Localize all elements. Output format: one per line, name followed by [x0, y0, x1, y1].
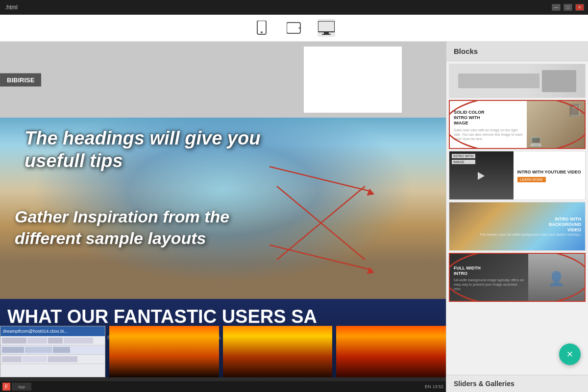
maximize-button[interactable]: □: [564, 4, 572, 11]
laptop-icon: 💻: [529, 135, 542, 147]
solid-intro-title: SOLID COLORINTRO WITHIMAGE: [454, 110, 523, 125]
bgvideo-bg: INTRO WITHBACKGROUNDVIDEO This header us…: [449, 202, 585, 251]
section-desert: The headings will give you usefull tips …: [0, 118, 446, 299]
minimize-button[interactable]: —: [552, 4, 561, 11]
blocks-panel: Blocks SOLID COLORINTRO WITHIMAGE Solid …: [446, 42, 588, 392]
fw-image-preview: 👤: [528, 254, 585, 302]
white-box-overlay: [304, 47, 402, 113]
block-youtube-preview: INTRO WITH IMAGE: [449, 151, 514, 200]
block-solid-left: SOLID COLORINTRO WITHIMAGE Solid color i…: [450, 101, 527, 149]
fw-right: 👤: [528, 254, 585, 302]
svg-rect-5: [324, 32, 329, 34]
bgvideo-title: INTRO WITHBACKGROUNDVIDEO: [480, 217, 581, 232]
block-top-preview[interactable]: [449, 64, 586, 98]
main-area: BIBIRISE design world.": [0, 42, 588, 392]
fab-icon: ×: [567, 348, 573, 361]
chat-header: dreampifcom@host014.cbox.bi...: [0, 326, 105, 336]
fw-title: FULL WIDTHINTRO: [454, 266, 524, 276]
heading-text: The headings will give you usefull tips: [24, 127, 270, 172]
block-solid-intro-inner: SOLID COLORINTRO WITHIMAGE Solid color i…: [450, 101, 585, 149]
section-top: BIBIRISE design world.": [0, 42, 446, 118]
yt-play-icon: [478, 172, 485, 180]
block-youtube-text: INTRO WITH YOUTUBE VIDEO LEARN MORE: [514, 151, 586, 200]
desktop-device-button[interactable]: [318, 19, 335, 37]
svg-rect-4: [318, 21, 335, 32]
yt-label-1: INTRO WITH: [452, 154, 475, 158]
fw-left: FULL WIDTHINTRO full-width background im…: [450, 254, 528, 302]
tablet-device-button[interactable]: [285, 19, 303, 37]
title-bar: .html — □ ✕: [0, 0, 588, 15]
title-bar-filename: .html: [5, 4, 18, 11]
thumbnail-3: [336, 326, 446, 377]
notebook-icon: 📓: [567, 103, 582, 117]
status-time: 13:52: [432, 384, 443, 389]
block-fullwidth-inner: FULL WIDTHINTRO full-width background im…: [450, 254, 585, 302]
block-full-width-intro[interactable]: FULL WIDTHINTRO full-width background im…: [449, 253, 586, 302]
blocks-list[interactable]: SOLID COLORINTRO WITHIMAGE Solid color i…: [446, 61, 588, 375]
block-solid-color-intro[interactable]: SOLID COLORINTRO WITHIMAGE Solid color i…: [449, 100, 586, 149]
canvas-content: BIBIRISE design world.": [0, 42, 446, 392]
taskbar-app[interactable]: App: [12, 383, 31, 391]
taskbar: F App EN 13:52: [0, 381, 446, 392]
yt-labels: INTRO WITH IMAGE: [452, 154, 475, 164]
users-title: WHAT OUR FANTASTIC USERS SA: [7, 306, 317, 327]
gather-text: Gather Inspiration from the different sa…: [15, 206, 279, 249]
chat-body: [0, 336, 105, 377]
fab-button[interactable]: ×: [559, 343, 581, 365]
thumbnail-1: [109, 326, 219, 377]
sliders-galleries-label: Sliders & Galleries: [446, 375, 588, 392]
section-users: WHAT OUR FANTASTIC USERS SA Shape your f…: [0, 299, 446, 377]
close-button[interactable]: ✕: [575, 4, 584, 11]
solid-intro-desc: Solid color intro with an image on the r…: [454, 128, 523, 141]
yt-preview-bg: INTRO WITH IMAGE: [449, 151, 514, 200]
status-lang: EN: [425, 384, 431, 389]
bibirise-label: BIBIRISE: [0, 73, 41, 86]
block-bgvideo-inner: INTRO WITHBACKGROUNDVIDEO This header us…: [449, 202, 585, 251]
chat-title: dreampifcom@host014.cbox.bi...: [3, 329, 68, 334]
svg-point-1: [261, 31, 263, 33]
chat-window: dreampifcom@host014.cbox.bi...: [0, 326, 105, 377]
blocks-header: Blocks: [446, 42, 588, 61]
bgvideo-text-area: INTRO WITHBACKGROUNDVIDEO This header us…: [480, 217, 581, 237]
bgvideo-desc: This header uses full-width background v…: [480, 233, 581, 237]
svg-rect-6: [322, 34, 331, 35]
block-solid-right: 📓 💻: [527, 101, 585, 149]
mobile-device-button[interactable]: [253, 19, 270, 37]
block-intro-bgvideo[interactable]: INTRO WITHBACKGROUNDVIDEO This header us…: [449, 202, 586, 251]
top-toolbar: [0, 15, 588, 42]
svg-point-3: [299, 27, 300, 29]
canvas-area: BIBIRISE design world.": [0, 42, 446, 392]
yt-learn-more[interactable]: LEARN MORE: [517, 177, 546, 182]
thumbnail-2: [223, 326, 333, 377]
photo-strip: dreampifcom@host014.cbox.bi...: [0, 326, 446, 377]
svg-rect-2: [287, 23, 300, 33]
yt-label-2: IMAGE: [452, 160, 475, 164]
yt-title: INTRO WITH YOUTUBE VIDEO: [517, 170, 582, 175]
fw-desc: full-width background image typically of…: [454, 278, 524, 291]
block-youtube-inner: INTRO WITH IMAGE INTRO WITH YOUTUBE VIDE…: [449, 151, 585, 200]
block-intro-youtube[interactable]: INTRO WITH IMAGE INTRO WITH YOUTUBE VIDE…: [449, 151, 586, 200]
taskbar-icon-1[interactable]: F: [2, 383, 10, 391]
